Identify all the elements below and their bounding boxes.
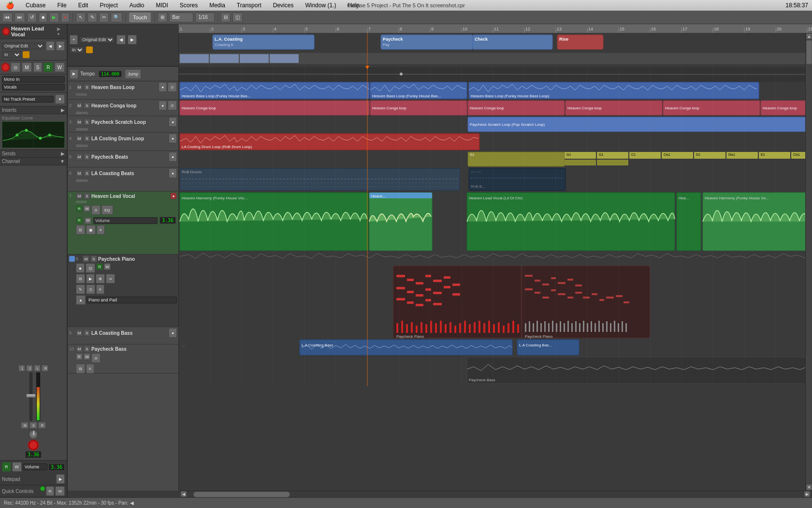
inspector-inserts-header[interactable]: Inserts ▶ <box>0 106 67 114</box>
track-8-btn1[interactable]: ● <box>76 263 85 273</box>
track-8-r3-2[interactable]: ▶ <box>86 274 95 284</box>
menu-media[interactable]: Media <box>207 2 227 9</box>
track-7-vol-write[interactable]: W <box>85 217 91 224</box>
status-scroll-left[interactable]: ◀ <box>130 500 134 506</box>
track-10-w1[interactable]: W <box>84 353 90 360</box>
notepad-button[interactable]: ▶ <box>56 474 65 484</box>
track-7-write[interactable]: W <box>84 205 90 212</box>
fast-forward-button[interactable]: ⏭ <box>14 13 25 22</box>
qc-read-button[interactable]: R <box>46 486 55 496</box>
track-4-solo[interactable]: S <box>84 135 90 142</box>
inspector-monitor-button[interactable]: ⊙ <box>11 62 20 72</box>
record-button[interactable]: ● <box>61 13 70 22</box>
scroll-right-button[interactable]: ▶ <box>804 491 810 497</box>
track-10-r2-1[interactable]: ⊟ <box>76 364 85 374</box>
pan-knob[interactable] <box>29 430 38 439</box>
track-3-solo[interactable]: S <box>84 119 90 125</box>
grid-button[interactable]: ⊟ <box>221 13 231 22</box>
scroll-left-button[interactable]: ◀ <box>181 491 187 497</box>
track-8-r3-1[interactable]: ⊟ <box>76 274 85 284</box>
track-10-r2-2[interactable]: ≡ <box>86 364 94 374</box>
menu-edit[interactable]: Edit <box>76 2 90 9</box>
menu-devices[interactable]: Devices <box>271 2 296 9</box>
read-button[interactable]: R <box>38 422 46 429</box>
rec-button-large[interactable] <box>29 440 38 450</box>
track-8-read[interactable]: R <box>96 263 103 270</box>
inspector-mute-button[interactable]: M <box>22 62 31 72</box>
menu-cubase[interactable]: Cubase <box>24 2 47 9</box>
mute-button[interactable]: M <box>21 422 29 429</box>
play-button[interactable]: ▶ <box>49 13 59 22</box>
scroll-up-button[interactable]: ▲ <box>806 33 812 39</box>
inspector-rec-button[interactable] <box>2 63 9 71</box>
track-6-solo[interactable]: S <box>84 170 90 177</box>
track-6-rec[interactable]: ● <box>169 168 177 178</box>
track-8-r3-4[interactable]: ⇒ <box>106 274 115 284</box>
apple-menu[interactable]: 🍎 <box>4 1 16 9</box>
track-7-vol-read[interactable]: R <box>76 217 83 224</box>
arr-add-button[interactable]: + <box>70 35 78 45</box>
track-2-rec[interactable]: ● <box>159 101 167 110</box>
menu-transport[interactable]: Transport <box>235 2 263 9</box>
track-2-monitor[interactable]: ⊙ <box>168 101 177 110</box>
preset-next-button[interactable]: ▶ <box>56 41 65 51</box>
track-4-rec[interactable]: ● <box>169 134 177 143</box>
track-8-r4-1[interactable]: ✎ <box>76 284 85 294</box>
track-8-write[interactable]: W <box>104 263 111 270</box>
strip-btn-2[interactable]: 2 <box>26 365 33 372</box>
track-10-mute[interactable]: M <box>76 345 83 352</box>
arrangement-selector[interactable]: Original Edit <box>80 36 115 43</box>
quick-controls-header[interactable]: Quick Controls R W <box>0 485 67 497</box>
menu-midi[interactable]: MIDI <box>154 2 170 9</box>
track-7-rec[interactable]: ● <box>170 193 177 199</box>
track-4-mute[interactable]: M <box>76 135 83 142</box>
track-7-monitor[interactable]: ⊙ <box>91 205 101 215</box>
track-10-r1[interactable]: R <box>76 353 83 360</box>
arrangement-in-selector[interactable]: In <box>70 46 84 53</box>
strip-btn-L[interactable]: L <box>34 365 41 372</box>
touch-mode-button[interactable]: Touch <box>129 12 151 23</box>
track-1-solo[interactable]: S <box>84 84 90 90</box>
menu-window[interactable]: Window (1.) <box>303 2 338 9</box>
track-7-extra-1[interactable]: ⊟ <box>76 225 85 235</box>
track-7-mute[interactable]: M <box>76 193 83 199</box>
track-7-eq[interactable]: EQ <box>102 205 113 215</box>
track-1-rec[interactable]: ● <box>159 82 167 92</box>
erase-tool[interactable]: ✂ <box>99 13 109 22</box>
volume-write-button[interactable]: W <box>12 462 22 472</box>
track-8-preset-btn[interactable]: ▲ <box>76 295 86 305</box>
track-2-mute[interactable]: M <box>76 102 83 109</box>
rewind-button[interactable]: ⏮ <box>2 13 13 22</box>
track-10-solo[interactable]: S <box>84 345 90 352</box>
track-2-solo[interactable]: S <box>84 102 90 109</box>
track-8-btn2[interactable]: ⊙ <box>86 263 95 273</box>
track-9-rec[interactable]: ● <box>169 328 177 338</box>
volume-fader[interactable] <box>27 373 35 421</box>
menu-file[interactable]: File <box>55 2 68 9</box>
solo-button[interactable]: S <box>29 422 37 429</box>
menu-project[interactable]: Project <box>98 2 119 9</box>
track-1-mute[interactable]: M <box>76 84 83 90</box>
draw-tool[interactable]: ✎ <box>87 13 97 22</box>
arr-activate-button[interactable]: ▶ <box>128 35 137 45</box>
track-5-solo[interactable]: S <box>84 153 90 160</box>
track-3-mute[interactable]: M <box>76 119 83 125</box>
markers-button[interactable]: ◫ <box>232 13 243 22</box>
track-7-extra-2[interactable]: ▣ <box>86 225 96 235</box>
track-7-read[interactable]: R <box>76 205 83 212</box>
volume-read-button[interactable]: R <box>2 462 11 472</box>
strip-btn-R[interactable]: R <box>42 365 48 372</box>
track-5-mute[interactable]: M <box>76 153 83 160</box>
snap-button[interactable]: ⊞ <box>158 13 167 22</box>
track-5-rec[interactable]: ● <box>169 152 177 162</box>
track-1-monitor[interactable]: ⊙ <box>168 82 177 92</box>
track-preset-set-button[interactable]: ▼ <box>55 94 65 104</box>
menu-audio[interactable]: Audio <box>128 2 146 9</box>
strip-btn-1[interactable]: 1 <box>18 365 25 372</box>
cycle-button[interactable]: ↺ <box>27 13 37 22</box>
menu-scores[interactable]: Scores <box>178 2 200 9</box>
right-scrollbar[interactable]: ▲ ▼ <box>805 33 812 491</box>
track-9-solo[interactable]: S <box>84 329 90 336</box>
notepad-header[interactable]: Notepad ▶ <box>0 473 67 485</box>
zoom-tool[interactable]: 🔍 <box>111 13 122 22</box>
